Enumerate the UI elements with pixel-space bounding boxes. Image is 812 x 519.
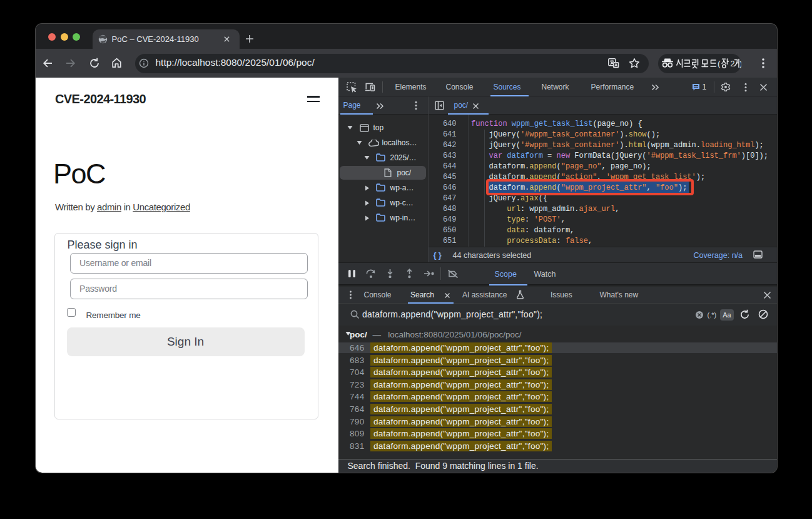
svg-text:): ) [739, 59, 741, 68]
svg-text:(: ( [718, 59, 721, 68]
svg-text:2: 2 [731, 59, 735, 68]
